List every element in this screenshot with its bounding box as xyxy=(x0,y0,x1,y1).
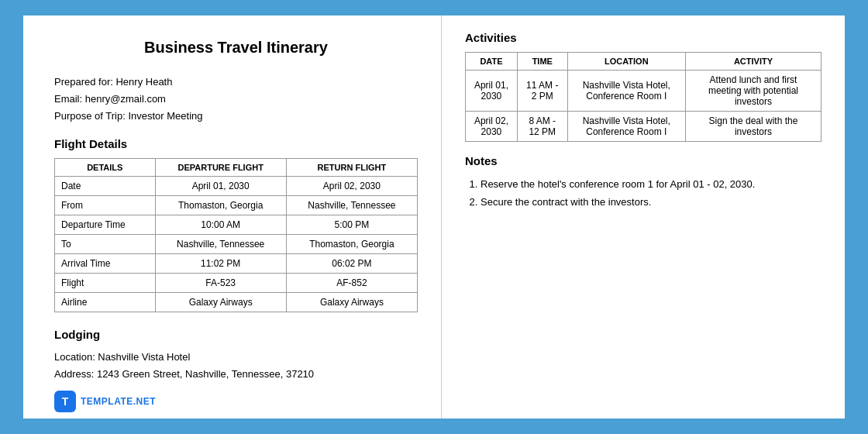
flight-cell: 11:02 PM xyxy=(155,254,286,274)
activity-cell: April 02, 2030 xyxy=(466,112,518,142)
flight-section-title: Flight Details xyxy=(54,137,418,150)
flight-cell: 10:00 AM xyxy=(155,215,286,235)
document: Business Travel Itinerary Prepared for: … xyxy=(23,16,845,418)
flight-cell: Galaxy Airways xyxy=(286,293,417,312)
activity-cell: Attend lunch and first meeting with pote… xyxy=(685,71,821,112)
email: Email: henry@zmail.com xyxy=(54,91,418,108)
purpose: Purpose of Trip: Investor Meeting xyxy=(54,108,418,125)
flight-cell: Thomaston, Georgia xyxy=(155,196,286,215)
activities-section-title: Activities xyxy=(465,31,822,44)
activities-section: DATE TIME LOCATION ACTIVITY April 01, 20… xyxy=(465,52,822,142)
flight-cell: Departure Time xyxy=(55,215,156,235)
list-item: Reserve the hotel's conference room 1 fo… xyxy=(480,175,822,193)
flight-cell: To xyxy=(55,235,156,254)
lodging-section: Lodging Location: Nashville Vista Hotel … xyxy=(54,328,418,383)
activity-cell: 11 AM - 2 PM xyxy=(517,71,567,112)
act-header-1: TIME xyxy=(517,53,567,71)
left-panel: Business Travel Itinerary Prepared for: … xyxy=(23,16,442,418)
flight-cell: From xyxy=(55,196,156,215)
footer: T TEMPLATE.NET xyxy=(23,384,442,418)
prepared-for: Prepared for: Henry Heath xyxy=(54,74,418,91)
flight-table: DETAILS DEPARTURE FLIGHT RETURN FLIGHT D… xyxy=(54,158,418,312)
act-header-0: DATE xyxy=(466,53,518,71)
lodging-section-title: Lodging xyxy=(54,328,418,341)
flight-cell: Galaxy Airways xyxy=(155,293,286,312)
table-row: April 01, 203011 AM - 2 PMNashville Vist… xyxy=(466,71,822,112)
flight-cell: FA-523 xyxy=(155,274,286,293)
act-header-2: LOCATION xyxy=(567,53,685,71)
activities-table: DATE TIME LOCATION ACTIVITY April 01, 20… xyxy=(465,52,822,142)
flight-header-0: DETAILS xyxy=(55,159,156,177)
flight-cell: 06:02 PM xyxy=(286,254,417,274)
activity-cell: Nashville Vista Hotel, Conference Room I xyxy=(567,71,685,112)
right-panel: Activities DATE TIME LOCATION ACTIVITY A… xyxy=(442,16,845,418)
notes-list: Reserve the hotel's conference room 1 fo… xyxy=(465,175,822,212)
notes-section-title: Notes xyxy=(465,154,822,167)
act-header-3: ACTIVITY xyxy=(685,53,821,71)
flight-cell: Nashville, Tennessee xyxy=(155,235,286,254)
flight-cell: Airline xyxy=(55,293,156,312)
flight-cell: Arrival Time xyxy=(55,254,156,274)
flight-cell: April 02, 2030 xyxy=(286,177,417,196)
flight-header-1: DEPARTURE FLIGHT xyxy=(155,159,286,177)
flight-cell: Date xyxy=(55,177,156,196)
logo-icon: T xyxy=(54,391,76,412)
flight-cell: AF-852 xyxy=(286,274,417,293)
lodging-address: Address: 1243 Green Street, Nashville, T… xyxy=(54,366,418,383)
activity-cell: Nashville Vista Hotel, Conference Room I xyxy=(567,112,685,142)
table-row: April 02, 20308 AM - 12 PMNashville Vist… xyxy=(466,112,822,142)
activity-cell: April 01, 2030 xyxy=(466,71,518,112)
main-title: Business Travel Itinerary xyxy=(54,39,418,57)
flight-cell: Nashville, Tennessee xyxy=(286,196,417,215)
logo-text: TEMPLATE.NET xyxy=(81,396,156,407)
info-section: Prepared for: Henry Heath Email: henry@z… xyxy=(54,74,418,125)
flight-cell: April 01, 2030 xyxy=(155,177,286,196)
flight-table-wrap: DETAILS DEPARTURE FLIGHT RETURN FLIGHT D… xyxy=(54,158,418,312)
activity-cell: Sign the deal with the investors xyxy=(685,112,821,142)
flight-cell: 5:00 PM xyxy=(286,215,417,235)
notes-section: Notes Reserve the hotel's conference roo… xyxy=(465,154,822,212)
lodging-location: Location: Nashville Vista Hotel xyxy=(54,349,418,366)
activity-cell: 8 AM - 12 PM xyxy=(517,112,567,142)
flight-cell: Flight xyxy=(55,274,156,293)
list-item: Secure the contract with the investors. xyxy=(480,193,822,211)
flight-cell: Thomaston, Georgia xyxy=(286,235,417,254)
template-logo: T TEMPLATE.NET xyxy=(54,391,156,412)
flight-header-2: RETURN FLIGHT xyxy=(286,159,417,177)
